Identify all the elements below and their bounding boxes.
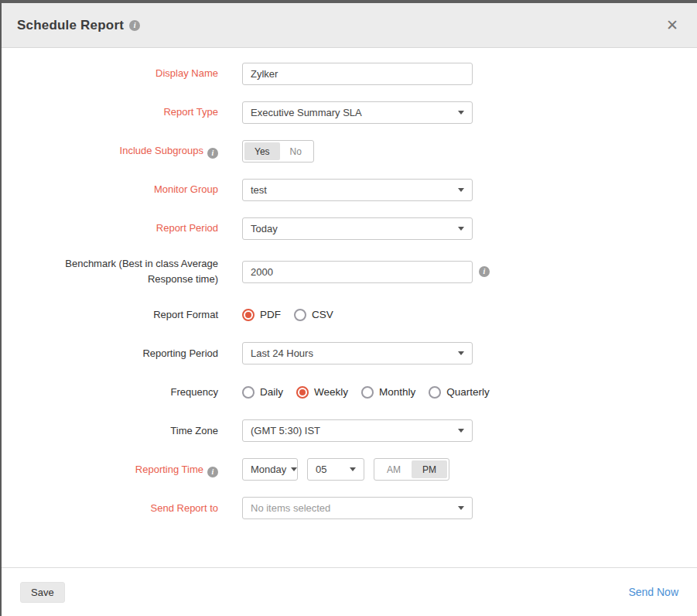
report-format-row: Report Format PDF CSV bbox=[2, 303, 697, 326]
schedule-report-form: Display Name Report Type Executive Summa… bbox=[2, 48, 697, 567]
display-name-row: Display Name bbox=[2, 63, 697, 85]
frequency-radio-group: Daily Weekly Monthly Quarterly bbox=[242, 386, 503, 399]
report-period-label: Report Period bbox=[2, 221, 218, 236]
radio-icon bbox=[242, 386, 255, 399]
meridiem-toggle: AM PM bbox=[374, 458, 449, 481]
reporting-period-select[interactable]: Last 24 Hours bbox=[242, 342, 473, 364]
reporting-hour-value: 05 bbox=[316, 464, 326, 475]
background-page-top-edge bbox=[0, 0, 697, 3]
include-subgroups-row: Include Subgroupsi Yes No bbox=[2, 140, 697, 163]
send-report-to-placeholder: No items selected bbox=[251, 502, 330, 514]
monitor-group-row: Monitor Group test bbox=[2, 179, 697, 201]
save-button[interactable]: Save bbox=[20, 582, 65, 603]
display-name-label: Display Name bbox=[2, 66, 218, 81]
frequency-quarterly[interactable]: Quarterly bbox=[429, 386, 490, 399]
benchmark-row: Benchmark (Best in class Average Respons… bbox=[2, 256, 697, 287]
send-now-link[interactable]: Send Now bbox=[628, 586, 678, 598]
radio-icon bbox=[361, 386, 374, 399]
reporting-day-value: Monday bbox=[251, 464, 286, 475]
schedule-report-dialog: Schedule Report i ✕ Display Name Report … bbox=[2, 3, 697, 616]
monitor-group-select[interactable]: test bbox=[242, 179, 473, 201]
reporting-time-label: Reporting Timei bbox=[2, 462, 218, 477]
include-subgroups-no[interactable]: No bbox=[280, 142, 312, 160]
time-zone-row: Time Zone (GMT 5:30) IST bbox=[2, 419, 697, 442]
report-type-value: Executive Summary SLA bbox=[251, 107, 362, 118]
dialog-header: Schedule Report i ✕ bbox=[2, 3, 697, 48]
time-zone-label: Time Zone bbox=[2, 423, 218, 439]
report-format-pdf[interactable]: PDF bbox=[242, 309, 281, 321]
report-format-csv[interactable]: CSV bbox=[294, 309, 333, 321]
dialog-title: Schedule Report bbox=[17, 18, 124, 33]
include-subgroups-yes[interactable]: Yes bbox=[244, 142, 280, 160]
radio-selected-icon bbox=[242, 309, 255, 321]
include-subgroups-toggle: Yes No bbox=[242, 140, 314, 163]
radio-selected-icon bbox=[296, 386, 309, 399]
send-report-to-label: Send Report to bbox=[2, 501, 218, 516]
reporting-period-label: Reporting Period bbox=[2, 346, 218, 361]
chevron-down-icon bbox=[458, 227, 464, 231]
benchmark-label: Benchmark (Best in class Average Respons… bbox=[2, 256, 218, 287]
monitor-group-label: Monitor Group bbox=[2, 182, 218, 197]
report-type-label: Report Type bbox=[2, 104, 218, 120]
benchmark-input[interactable] bbox=[242, 261, 473, 283]
report-type-row: Report Type Executive Summary SLA bbox=[2, 101, 697, 124]
report-format-radio-group: PDF CSV bbox=[242, 309, 347, 321]
close-icon[interactable]: ✕ bbox=[663, 15, 682, 36]
reporting-hour-select[interactable]: 05 bbox=[307, 458, 364, 481]
chevron-down-icon bbox=[458, 188, 464, 192]
report-format-label: Report Format bbox=[2, 307, 218, 323]
frequency-weekly[interactable]: Weekly bbox=[296, 386, 348, 399]
reporting-time-info-icon[interactable]: i bbox=[207, 467, 218, 477]
monitor-group-value: test bbox=[251, 184, 267, 196]
radio-icon bbox=[294, 309, 306, 321]
meridiem-pm[interactable]: PM bbox=[412, 460, 447, 478]
send-report-to-row: Send Report to No items selected bbox=[2, 497, 697, 519]
report-period-value: Today bbox=[251, 223, 278, 234]
chevron-down-icon bbox=[458, 351, 464, 355]
background-page-left-edge bbox=[0, 0, 2, 616]
frequency-row: Frequency Daily Weekly Monthly bbox=[2, 381, 697, 403]
reporting-day-select[interactable]: Monday bbox=[242, 458, 298, 481]
include-subgroups-label: Include Subgroupsi bbox=[2, 143, 218, 159]
meridiem-am[interactable]: AM bbox=[376, 460, 412, 478]
reporting-period-value: Last 24 Hours bbox=[251, 347, 313, 359]
display-name-input[interactable] bbox=[242, 63, 473, 85]
report-type-select[interactable]: Executive Summary SLA bbox=[242, 101, 473, 124]
chevron-down-icon bbox=[458, 506, 464, 510]
dialog-footer: Save Send Now bbox=[2, 567, 697, 616]
report-period-row: Report Period Today bbox=[2, 217, 697, 240]
chevron-down-icon bbox=[458, 429, 464, 433]
report-period-select[interactable]: Today bbox=[242, 217, 473, 240]
frequency-label: Frequency bbox=[2, 385, 218, 400]
chevron-down-icon bbox=[350, 467, 356, 471]
benchmark-info-icon[interactable]: i bbox=[479, 266, 490, 277]
reporting-time-row: Reporting Timei Monday 05 AM PM bbox=[2, 458, 697, 481]
frequency-monthly[interactable]: Monthly bbox=[361, 386, 415, 399]
chevron-down-icon bbox=[291, 467, 297, 471]
time-zone-value: (GMT 5:30) IST bbox=[251, 425, 320, 436]
frequency-daily[interactable]: Daily bbox=[242, 386, 283, 399]
radio-icon bbox=[429, 386, 441, 399]
reporting-period-row: Reporting Period Last 24 Hours bbox=[2, 342, 697, 364]
title-info-icon[interactable]: i bbox=[129, 20, 140, 31]
send-report-to-select[interactable]: No items selected bbox=[242, 497, 473, 519]
chevron-down-icon bbox=[458, 111, 464, 115]
include-subgroups-info-icon[interactable]: i bbox=[207, 148, 218, 159]
time-zone-select[interactable]: (GMT 5:30) IST bbox=[242, 419, 473, 442]
